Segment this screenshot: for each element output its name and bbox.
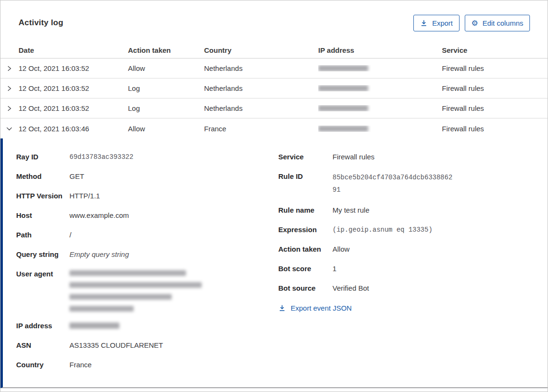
field-value: Firewall rules <box>333 152 374 162</box>
cell-ip-address-redacted <box>318 105 442 111</box>
page-header: Activity log Export ⚙ Edit columns <box>0 0 548 31</box>
event-detail-panel: Ray ID 69d13783ac393322 Method GET HTTP … <box>0 138 548 388</box>
cell-action-taken: Allow <box>128 125 204 133</box>
column-header-action-taken: Action taken <box>128 46 204 54</box>
field-label: Rule name <box>278 205 333 216</box>
table-header-row: Date Action taken Country IP address Ser… <box>0 42 548 59</box>
detail-field-ip-address: IP address <box>16 321 278 331</box>
field-label: ASN <box>16 340 69 351</box>
column-header-date: Date <box>19 46 128 54</box>
field-label: Service <box>278 152 333 162</box>
activity-log-table: Date Action taken Country IP address Ser… <box>0 42 548 138</box>
field-label: IP address <box>16 321 69 331</box>
field-label: Query string <box>16 249 69 260</box>
redacted-user-agent-blur <box>69 269 202 312</box>
redacted-ip-blur <box>318 126 368 132</box>
detail-field-rule-id: Rule ID 85bce5b204cf4703a764dcb633886291 <box>278 171 533 196</box>
field-label: Method <box>16 171 69 182</box>
detail-field-country: Country France <box>16 360 278 370</box>
edit-columns-button-label: Edit columns <box>482 19 523 27</box>
table-row[interactable]: 12 Oct, 2021 16:03:52 Allow Netherlands … <box>0 59 548 78</box>
export-button[interactable]: Export <box>413 15 459 31</box>
expand-row-button[interactable] <box>0 105 19 112</box>
detail-field-ray-id: Ray ID 69d13783ac393322 <box>16 152 278 162</box>
field-value: France <box>69 360 92 370</box>
field-value: (ip.geoip.asnum eq 13335) <box>333 225 432 235</box>
detail-field-expression: Expression (ip.geoip.asnum eq 13335) <box>278 225 533 235</box>
field-label: User agent <box>16 269 69 279</box>
field-value: 85bce5b204cf4703a764dcb633886291 <box>333 171 453 196</box>
export-button-label: Export <box>432 19 452 27</box>
detail-field-service: Service Firewall rules <box>278 152 533 162</box>
detail-field-asn: ASN AS13335 CLOUDFLARENET <box>16 340 278 351</box>
field-value: www.example.com <box>69 210 129 221</box>
detail-field-user-agent: User agent <box>16 269 278 312</box>
cell-country: France <box>204 125 318 133</box>
field-label: Host <box>16 210 69 221</box>
blur-line <box>69 282 202 288</box>
expand-row-button[interactable] <box>0 65 19 72</box>
column-header-ip-address: IP address <box>318 46 442 54</box>
field-value: 69d13783ac393322 <box>69 152 133 162</box>
chevron-right-icon <box>6 85 12 92</box>
detail-field-method: Method GET <box>16 171 278 182</box>
cell-country: Netherlands <box>204 64 318 72</box>
toolbar: Export ⚙ Edit columns <box>413 15 530 31</box>
page-title: Activity log <box>19 15 63 28</box>
cell-date: 12 Oct, 2021 16:03:52 <box>19 84 128 92</box>
field-value: 1 <box>333 264 336 274</box>
column-header-country: Country <box>204 46 318 54</box>
field-label: Rule ID <box>278 171 333 182</box>
detail-column-right: Service Firewall rules Rule ID 85bce5b20… <box>278 152 533 378</box>
field-value: GET <box>69 171 84 182</box>
cell-service: Firewall rules <box>442 125 548 133</box>
cell-ip-address-redacted <box>318 65 442 71</box>
detail-field-bot-score: Bot score 1 <box>278 264 533 274</box>
cell-action-taken: Log <box>128 104 204 112</box>
cell-ip-address-redacted <box>318 126 442 132</box>
download-icon <box>278 304 286 312</box>
chevron-down-icon <box>6 125 13 132</box>
table-row[interactable]: 12 Oct, 2021 16:03:52 Log Netherlands Fi… <box>0 98 548 118</box>
cell-ip-address-redacted <box>318 85 442 91</box>
redacted-ip-blur <box>69 323 119 329</box>
expand-row-button[interactable] <box>0 85 19 92</box>
cell-date: 12 Oct, 2021 16:03:52 <box>19 104 128 112</box>
activity-log-panel: Activity log Export ⚙ Edit columns Date … <box>0 0 548 392</box>
field-value: Empty query string <box>69 249 129 260</box>
field-value: My test rule <box>333 205 370 216</box>
download-icon <box>420 20 428 27</box>
export-event-json-label: Export event JSON <box>291 304 352 312</box>
chevron-right-icon <box>6 65 12 72</box>
field-label: Bot source <box>278 283 333 294</box>
column-header-service: Service <box>442 46 548 54</box>
cell-service: Firewall rules <box>442 104 548 112</box>
export-event-json-link[interactable]: Export event JSON <box>278 304 352 312</box>
table-row[interactable]: 12 Oct, 2021 16:03:52 Log Netherlands Fi… <box>0 78 548 98</box>
blur-line <box>69 306 134 312</box>
field-label: Path <box>16 230 69 240</box>
detail-field-path: Path / <box>16 230 278 240</box>
detail-field-host: Host www.example.com <box>16 210 278 221</box>
detail-field-rule-name: Rule name My test rule <box>278 205 533 216</box>
field-value: / <box>69 230 71 240</box>
cell-date: 12 Oct, 2021 16:03:52 <box>19 64 128 72</box>
field-label: Action taken <box>278 244 333 255</box>
field-label: Expression <box>278 225 333 235</box>
gear-icon: ⚙ <box>471 20 478 27</box>
collapse-row-button[interactable] <box>0 125 19 132</box>
redacted-ip-blur <box>318 65 368 71</box>
cell-country: Netherlands <box>204 104 318 112</box>
field-label: Bot score <box>278 264 333 274</box>
cell-service: Firewall rules <box>442 64 548 72</box>
cell-service: Firewall rules <box>442 84 548 92</box>
field-value: HTTP/1.1 <box>69 191 100 201</box>
detail-field-bot-source: Bot source Verified Bot <box>278 283 533 294</box>
detail-field-http-version: HTTP Version HTTP/1.1 <box>16 191 278 201</box>
field-value: Verified Bot <box>333 283 369 294</box>
edit-columns-button[interactable]: ⚙ Edit columns <box>465 15 530 31</box>
cell-date: 12 Oct, 2021 16:03:46 <box>19 125 128 133</box>
table-row-expanded[interactable]: 12 Oct, 2021 16:03:46 Allow France Firew… <box>0 118 548 138</box>
field-label: Country <box>16 360 69 370</box>
field-label: HTTP Version <box>16 191 69 201</box>
